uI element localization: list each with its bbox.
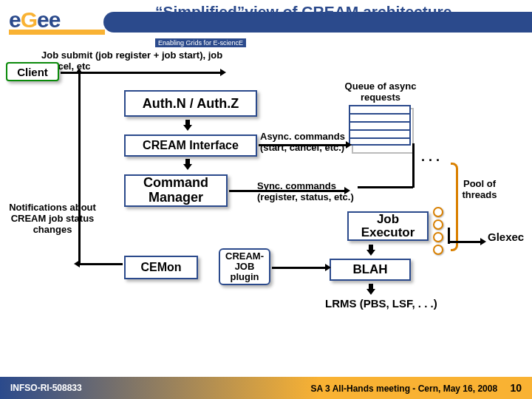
arrowhead-icon — [74, 260, 80, 267]
down-arrow-icon — [366, 284, 375, 296]
thread-icon — [433, 245, 443, 255]
logo-letter-e2: e — [37, 7, 49, 32]
cream-job-plugin-box: CREAM-JOB plugin — [219, 248, 270, 285]
egee-logo: eGee — [9, 7, 120, 48]
client-box: Client — [6, 62, 59, 81]
lrms-label: LRMS (PBS, LSF, . . .) — [325, 297, 437, 310]
queue-label: Queue of async requests — [340, 81, 421, 103]
slide-footer: INFSO-RI-508833 SA 3 All-Hands meeting -… — [0, 377, 532, 399]
slide-subtitle: Enabling Grids for E-sciencE — [155, 38, 246, 47]
thread-icon — [433, 232, 443, 242]
thread-pool-graphic — [433, 207, 443, 255]
arrowhead-icon — [75, 68, 83, 74]
connector-line — [448, 241, 483, 243]
logo-letter-g: G — [21, 7, 37, 32]
arrowhead-icon — [325, 264, 331, 271]
async-commands-label: Async. commands (start, cancel, etc.) — [260, 132, 356, 154]
footer-project-id: INFSO-RI-508833 — [10, 383, 82, 393]
pool-label: Pool of threads — [454, 179, 505, 201]
authn-box: Auth.N / Auth.Z — [124, 90, 257, 117]
thread-icon — [433, 207, 443, 217]
glexec-label: Glexec — [488, 231, 524, 243]
architecture-diagram: Job submit (job register + job start), j… — [0, 52, 532, 362]
notifications-label: Notifications about CREAM job status cha… — [4, 202, 100, 236]
slide-header: eGee “Simplified”view of CREAM architect… — [0, 0, 532, 52]
footer-page-number: 10 — [510, 382, 522, 394]
down-arrow-icon — [366, 245, 375, 256]
cemon-box: CEMon — [124, 256, 198, 279]
arrowhead-icon — [220, 69, 226, 76]
ellipsis-label: . . . — [421, 149, 440, 165]
slide-title: “Simplified”view of CREAM architecture — [155, 3, 451, 21]
blah-box: BLAH — [330, 259, 411, 281]
thread-icon — [433, 219, 443, 230]
queue-graphic — [349, 105, 411, 151]
connector-line — [78, 263, 123, 265]
logo-letter-e1: e — [9, 7, 21, 32]
command-manager-box: Command Manager — [124, 174, 228, 207]
connector-line — [61, 72, 223, 74]
connector-line — [272, 267, 328, 269]
arrowhead-icon — [480, 238, 486, 245]
arrowhead-icon — [344, 187, 350, 194]
connector-line — [229, 190, 346, 192]
footer-meeting-text: SA 3 All-Hands meeting - Cern, May 16, 2… — [311, 383, 498, 394]
connector-line — [259, 144, 347, 146]
job-executor-box: Job Executor — [347, 211, 429, 241]
connector-line — [78, 72, 81, 265]
job-submit-label: Job submit (job register + job start), j… — [41, 50, 233, 72]
connector-line — [358, 186, 413, 188]
down-arrow-icon — [183, 120, 192, 132]
connector-line — [412, 143, 415, 188]
pool-bracket — [451, 163, 458, 251]
logo-letter-e3: e — [49, 7, 61, 32]
arrowhead-icon — [346, 141, 352, 149]
cream-interface-box: CREAM Interface — [124, 134, 257, 157]
footer-meeting-info: SA 3 All-Hands meeting - Cern, May 16, 2… — [311, 382, 522, 394]
down-arrow-icon — [183, 159, 192, 171]
